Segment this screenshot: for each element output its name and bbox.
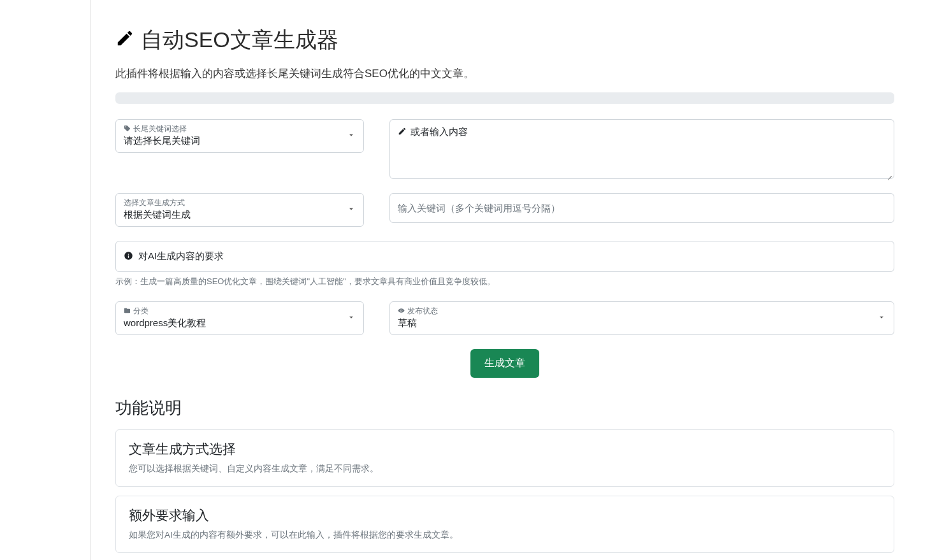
help-card: 文章生成方式选择 您可以选择根据关键词、自定义内容生成文章，满足不同需求。: [115, 429, 894, 487]
info-icon: [124, 251, 133, 262]
content-textarea-placeholder: 或者输入内容: [411, 126, 468, 138]
page-title-text: 自动SEO文章生成器: [141, 25, 338, 55]
status-select[interactable]: 发布状态 草稿: [389, 301, 894, 335]
ai-requirements-placeholder: 对AI生成内容的要求: [138, 250, 224, 262]
help-section-title: 功能说明: [115, 397, 894, 419]
help-card-text: 您可以选择根据关键词、自定义内容生成文章，满足不同需求。: [129, 463, 881, 475]
ai-requirements-hint: 示例：生成一篇高质量的SEO优化文章，围绕关键词"人工智能"，要求文章具有商业价…: [115, 276, 894, 287]
page-description: 此插件将根据输入的内容或选择长尾关键词生成符合SEO优化的中文文章。: [115, 66, 894, 81]
status-select-value: 草稿: [390, 302, 894, 334]
keyword-select[interactable]: 长尾关键词选择 请选择长尾关键词: [115, 119, 364, 153]
method-select-value: 根据关键词生成: [116, 194, 363, 226]
pencil-icon: [398, 127, 407, 138]
help-card-title: 文章生成方式选择: [129, 440, 881, 458]
keyword-select-value: 请选择长尾关键词: [116, 120, 363, 152]
resize-handle-icon[interactable]: [885, 169, 892, 177]
page-title: 自动SEO文章生成器: [115, 25, 894, 55]
category-select[interactable]: 分类 wordpress美化教程: [115, 301, 364, 335]
method-select[interactable]: 选择文章生成方式 根据关键词生成: [115, 193, 364, 227]
pencil-icon: [115, 28, 134, 53]
ai-requirements-input[interactable]: 对AI生成内容的要求: [115, 241, 894, 272]
category-select-value: wordpress美化教程: [116, 302, 363, 334]
help-card: 额外要求输入 如果您对AI生成的内容有额外要求，可以在此输入，插件将根据您的要求…: [115, 496, 894, 553]
content-textarea[interactable]: 或者输入内容: [389, 119, 894, 179]
help-card-title: 额外要求输入: [129, 506, 881, 524]
progress-bar: [115, 92, 894, 104]
help-card-text: 如果您对AI生成的内容有额外要求，可以在此输入，插件将根据您的要求生成文章。: [129, 529, 881, 541]
generate-button[interactable]: 生成文章: [470, 349, 539, 378]
keywords-input[interactable]: [389, 193, 894, 223]
